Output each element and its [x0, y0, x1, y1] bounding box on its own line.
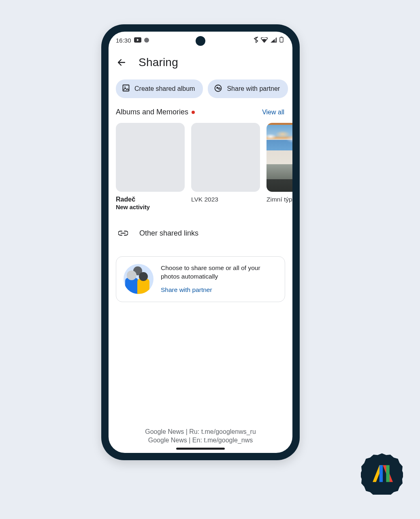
signal-icon — [271, 37, 277, 44]
album-thumbnail — [116, 123, 185, 192]
album-title: LVK 2023 — [191, 196, 260, 203]
link-icon — [118, 229, 128, 238]
section-title-text: Albums and Memories — [116, 108, 188, 116]
album-item[interactable]: LVK 2023 — [191, 123, 260, 210]
new-activity-dot-icon — [192, 111, 195, 114]
svg-rect-1 — [275, 38, 276, 41]
chip-label: Share with partner — [227, 85, 280, 92]
page-title: Sharing — [139, 56, 178, 69]
footer-line: Google News | Ru: t.me/googlenws_ru — [109, 428, 292, 436]
album-add-icon — [122, 84, 130, 93]
share-with-partner-button[interactable]: Share with partner — [208, 79, 288, 98]
svg-point-8 — [217, 87, 218, 88]
album-thumbnail — [266, 123, 292, 192]
screen: 16:30 — [109, 32, 292, 453]
svg-point-2 — [275, 41, 276, 42]
wifi-icon — [261, 37, 268, 44]
battery-icon — [279, 36, 284, 44]
youtube-icon — [134, 37, 141, 44]
partner-card-text: Choose to share some or all of your phot… — [161, 264, 277, 281]
action-chips: Create shared album Share with partner — [109, 73, 292, 105]
album-item[interactable]: Zimní týpka — [266, 123, 292, 210]
album-item[interactable]: Radeč New activity — [116, 123, 185, 210]
svg-rect-4 — [281, 37, 282, 38]
partner-card-link[interactable]: Share with partner — [161, 286, 277, 294]
camera-hole — [196, 36, 205, 46]
album-thumbnail — [191, 123, 260, 192]
partner-share-icon — [214, 84, 222, 94]
partner-illustration — [124, 264, 154, 294]
other-shared-links-button[interactable]: Other shared links — [109, 210, 292, 242]
notification-dot-icon — [144, 38, 149, 43]
page-brand-badge — [361, 453, 403, 495]
albums-row[interactable]: Radeč New activity LVK 2023 Zimní týpka — [109, 120, 292, 210]
create-shared-album-button[interactable]: Create shared album — [116, 79, 203, 98]
chip-label: Create shared album — [134, 85, 195, 92]
phone-frame: 16:30 — [101, 24, 300, 460]
other-links-label: Other shared links — [139, 229, 198, 238]
svg-rect-3 — [280, 37, 283, 42]
bluetooth-icon — [254, 36, 258, 44]
arrow-left-icon — [117, 58, 126, 67]
gesture-bar — [176, 448, 225, 450]
status-time: 16:30 — [116, 37, 131, 44]
svg-point-6 — [124, 86, 126, 88]
partner-card: Choose to share some or all of your phot… — [116, 256, 285, 302]
album-title: Zimní týpka — [266, 196, 292, 203]
app-bar: Sharing — [109, 49, 292, 73]
footer-watermark: Google News | Ru: t.me/googlenws_ru Goog… — [109, 428, 292, 445]
svg-point-9 — [219, 88, 220, 89]
section-title: Albums and Memories — [116, 108, 195, 116]
section-header: Albums and Memories View all — [109, 105, 292, 120]
back-button[interactable] — [116, 57, 127, 68]
album-subtitle: New activity — [116, 204, 185, 210]
view-all-button[interactable]: View all — [262, 109, 284, 116]
footer-line: Google News | En: t.me/google_nws — [109, 436, 292, 445]
album-title: Radeč — [116, 196, 185, 203]
